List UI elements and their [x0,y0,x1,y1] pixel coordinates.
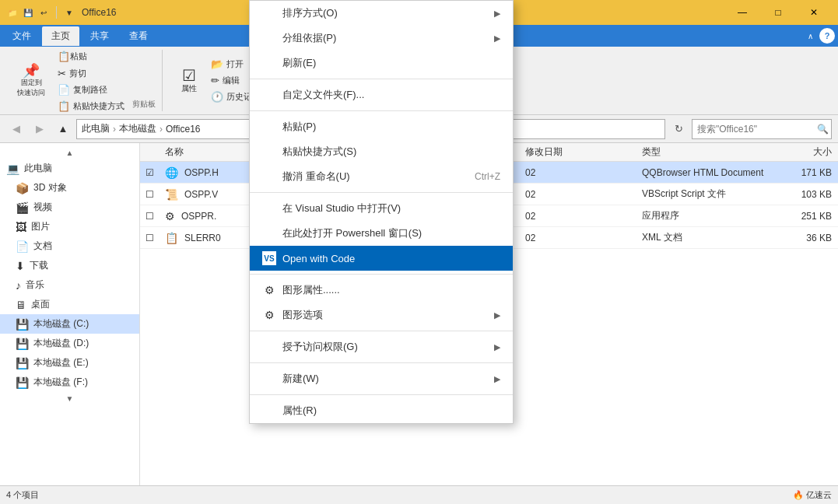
ctx-arrow-sort: ▶ [494,9,500,19]
ctx-item-access-left: 授予访问权限(G) [262,340,358,354]
ctx-item-properties[interactable]: 属性(R) [250,398,513,423]
ctx-label-paste-shortcut: 粘贴快捷方式(S) [282,145,356,159]
ctx-arrow-group: ▶ [494,33,500,44]
ctx-item-properties-left: 属性(R) [262,404,317,418]
ctx-item-powershell-left: 在此处打开 Powershell 窗口(S) [262,226,422,240]
ctx-item-graphics-props[interactable]: ⚙ 图形属性...... [250,278,513,303]
ctx-label-graphics-props: 图形属性...... [282,283,340,297]
ctx-sep-2 [250,110,513,111]
ctx-arrow-new: ▶ [494,374,500,384]
ctx-item-customize[interactable]: 自定义文件夹(F)... [250,82,513,107]
vscode-icon: VS [262,251,276,265]
ctx-item-paste[interactable]: 粘贴(P) [250,114,513,139]
gear-icon-2: ⚙ [262,308,276,322]
ctx-item-vs-left: 在 Visual Studio 中打开(V) [262,201,401,215]
context-menu: 排序方式(O) ▶ 分组依据(P) ▶ 刷新(E) 自定义文件夹(F)... [249,0,514,424]
ctx-item-powershell[interactable]: 在此处打开 Powershell 窗口(S) [250,221,513,246]
ctx-item-customize-left: 自定义文件夹(F)... [262,88,364,102]
ctx-item-refresh-left: 刷新(E) [262,56,316,70]
ctx-label-open-with-code: Open with Code [282,253,355,264]
ctx-item-sort[interactable]: 排序方式(O) ▶ [250,1,513,26]
ctx-sep-5 [250,331,513,331]
ctx-label-refresh: 刷新(E) [282,56,316,70]
ctx-item-undo[interactable]: 撤消 重命名(U) Ctrl+Z [250,164,513,189]
ctx-sep-4 [250,274,513,275]
ctx-label-undo: 撤消 重命名(U) [282,170,350,184]
ctx-label-group: 分组依据(P) [282,31,336,45]
context-menu-overlay: 排序方式(O) ▶ 分组依据(P) ▶ 刷新(E) 自定义文件夹(F)... [0,0,838,504]
ctx-label-customize: 自定义文件夹(F)... [282,88,364,102]
ctx-item-open-with-code[interactable]: VS Open with Code [250,246,513,271]
ctx-label-sort: 排序方式(O) [282,6,338,20]
ctx-label-properties: 属性(R) [282,404,317,418]
ctx-item-new-left: 新建(W) [262,372,319,386]
ctx-item-undo-left: 撤消 重命名(U) [262,170,350,184]
ctx-item-group[interactable]: 分组依据(P) ▶ [250,26,513,51]
ctx-label-access: 授予访问权限(G) [282,340,358,354]
ctx-item-paste-left: 粘贴(P) [262,120,316,134]
ctx-sep-6 [250,362,513,363]
ctx-item-vs[interactable]: 在 Visual Studio 中打开(V) [250,196,513,221]
ctx-arrow-graphics-opts: ▶ [494,310,500,320]
ctx-label-new: 新建(W) [282,372,319,386]
ctx-item-access[interactable]: 授予访问权限(G) ▶ [250,334,513,359]
ctx-item-graphics-props-left: ⚙ 图形属性...... [262,283,340,297]
ctx-label-paste: 粘贴(P) [282,120,316,134]
ctx-item-paste-shortcut[interactable]: 粘贴快捷方式(S) [250,139,513,164]
ctx-item-code-left: VS Open with Code [262,251,355,265]
ctx-item-sort-left: 排序方式(O) [262,6,338,20]
ctx-sep-7 [250,394,513,395]
ctx-arrow-access: ▶ [494,342,500,352]
ctx-sep-3 [250,192,513,193]
ctx-label-powershell: 在此处打开 Powershell 窗口(S) [282,226,422,240]
ctx-label-graphics-opts: 图形选项 [282,308,323,322]
ctx-item-group-left: 分组依据(P) [262,31,336,45]
ctx-label-vs: 在 Visual Studio 中打开(V) [282,201,401,215]
ctx-item-paste-shortcut-left: 粘贴快捷方式(S) [262,145,356,159]
ctx-item-new[interactable]: 新建(W) ▶ [250,366,513,391]
ctx-shortcut-undo: Ctrl+Z [475,171,500,182]
ctx-sep-1 [250,79,513,79]
ctx-item-graphics-opts[interactable]: ⚙ 图形选项 ▶ [250,303,513,327]
ctx-item-refresh[interactable]: 刷新(E) [250,51,513,75]
gear-icon-1: ⚙ [262,283,276,297]
ctx-item-graphics-opts-left: ⚙ 图形选项 [262,308,323,322]
